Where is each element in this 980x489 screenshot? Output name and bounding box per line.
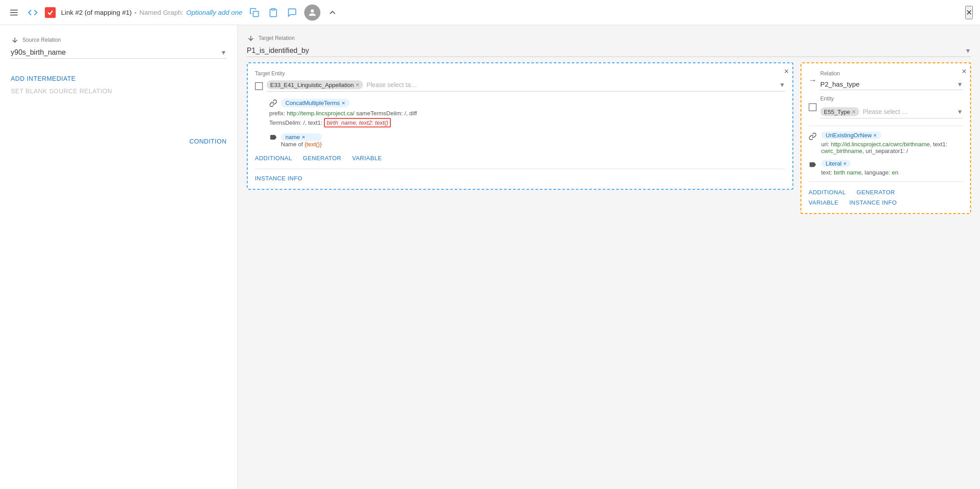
entity2-dropdown[interactable]: E55_Type × Please select … ▼	[820, 105, 963, 118]
divider	[255, 169, 785, 169]
entity-select-area[interactable]: E33_E41_Linguistic_Appellation × Please …	[267, 80, 785, 92]
concat-highlight: birth_name, text2: text()	[324, 118, 391, 127]
main-content: Source Relation y90s_birth_name ▼ ADD IN…	[0, 25, 980, 489]
entity-tag-close[interactable]: ×	[355, 81, 359, 88]
relation-value-chevron: ▼	[957, 81, 963, 88]
source-relation-label: Source Relation	[11, 36, 227, 44]
entity-tag: E33_E41_Linguistic_Appellation ×	[267, 80, 363, 89]
relation-box-close-button[interactable]: ×	[962, 67, 967, 76]
svg-rect-4	[271, 8, 275, 10]
condition-button[interactable]: CONDITION	[189, 138, 227, 145]
right-instance-info-button[interactable]: INSTANCE INFO	[849, 199, 897, 206]
uri-text: uri: http://id.lincsproject.ca/cwrc/birt…	[821, 141, 963, 154]
link-title: Link #2 (of mapping #1)	[61, 9, 132, 16]
right-variable-button[interactable]: VARIABLE	[809, 199, 839, 206]
concat-text: prefix: http://temp.lincsproject.ca/ sam…	[269, 109, 785, 128]
source-relation-select[interactable]: y90s_birth_name ▼	[11, 47, 227, 59]
name-label-row: name × Name of {text()}	[269, 133, 785, 148]
uri-tag: UriExistingOrNew ×	[821, 131, 881, 139]
concat-uri: http://temp.lincsproject.ca/	[287, 110, 354, 117]
literal-tag-close[interactable]: ×	[843, 161, 846, 167]
concat-tag: ConcatMultipleTerms ×	[281, 99, 350, 107]
relation-dropdown[interactable]: P2_has_type ▼	[820, 79, 963, 90]
header-icons	[248, 4, 339, 21]
divider3	[809, 181, 963, 182]
target-relation-section: Target Relation P1_is_identified_by ▼	[247, 34, 971, 57]
variable-button[interactable]: VARIABLE	[352, 155, 382, 162]
target-entity-box: × Target Entity E33_E41_Linguistic_Appel…	[247, 62, 793, 190]
entity2-tag: E55_Type ×	[820, 107, 859, 116]
target-action-buttons: ADDITIONAL GENERATOR VARIABLE	[255, 155, 785, 162]
dash: -	[135, 9, 137, 16]
add-intermediate-button[interactable]: ADD INTERMEDIATE	[11, 75, 227, 82]
mapping-checkbox	[45, 7, 56, 18]
literal-tag: Literal ×	[821, 160, 851, 167]
name-tag: name ×	[281, 133, 322, 141]
target-entity-label: Target Entity	[255, 70, 785, 77]
concat-tag-close[interactable]: ×	[341, 100, 345, 106]
right-panel-actions: ADDITIONAL GENERATOR	[809, 189, 963, 196]
uri-row: UriExistingOrNew × uri: http://id.lincsp…	[809, 131, 963, 154]
arrow-icon: →	[809, 76, 817, 85]
link-icon	[269, 99, 277, 107]
header-title: Link #2 (of mapping #1) - Named Graph: O…	[61, 9, 242, 16]
uri-icon	[809, 132, 817, 140]
name-label-text: Name of {text()}	[281, 141, 322, 148]
entity-section: Entity E55_Type × Please select … ▼	[809, 96, 963, 118]
set-blank-button[interactable]: SET BLANK SOURCE RELATION	[11, 87, 227, 95]
right-panel: Target Relation P1_is_identified_by ▼ × …	[238, 25, 980, 489]
right-additional-button[interactable]: ADDITIONAL	[809, 189, 846, 196]
divider2	[809, 126, 963, 126]
literal-text: text: birth name, language: en	[821, 169, 898, 176]
clipboard-icon[interactable]	[267, 6, 280, 19]
named-graph-value[interactable]: Optionally add one	[186, 9, 242, 16]
relation-header-row: → Relation P2_has_type ▼	[809, 70, 963, 90]
literal-content: Literal × text: birth name, language: en	[821, 160, 898, 176]
source-relation-chevron: ▼	[220, 49, 227, 56]
source-relation-section: Source Relation y90s_birth_name ▼	[11, 36, 227, 59]
entity-section-label: Entity	[820, 96, 963, 102]
hamburger-button[interactable]	[7, 6, 21, 19]
copy-icon[interactable]	[248, 6, 261, 19]
chevron-up-icon[interactable]	[326, 6, 339, 19]
left-panel: Source Relation y90s_birth_name ▼ ADD IN…	[0, 25, 238, 489]
literal-icon	[809, 161, 817, 169]
target-relation-chevron: ▼	[965, 47, 971, 54]
relation-detail-label: Relation	[820, 70, 963, 77]
entity2-tag-close[interactable]: ×	[852, 108, 856, 115]
chat-icon[interactable]	[285, 6, 299, 19]
target-relation-label: Target Relation	[247, 34, 971, 42]
svg-rect-3	[253, 11, 258, 17]
generator-button[interactable]: GENERATOR	[303, 155, 341, 162]
avatar[interactable]	[304, 4, 320, 21]
name-orange: {text()}	[305, 141, 322, 148]
right-panel-actions-2: VARIABLE INSTANCE INFO	[809, 199, 963, 206]
entity-row: E33_E41_Linguistic_Appellation × Please …	[255, 80, 785, 92]
close-button[interactable]: ×	[965, 6, 973, 19]
concat-box: ConcatMultipleTerms × prefix: http://tem…	[269, 99, 785, 128]
entity2-checkbox[interactable]	[809, 103, 817, 111]
relation-box: × → Relation P2_has_type ▼	[801, 62, 971, 214]
target-relation-select[interactable]: P1_is_identified_by ▼	[247, 45, 971, 57]
literal-row: Literal × text: birth name, language: en	[809, 160, 963, 176]
code-icon[interactable]	[26, 6, 39, 19]
entity-checkbox[interactable]	[255, 82, 263, 90]
additional-button[interactable]: ADDITIONAL	[255, 155, 292, 162]
entity2-chevron: ▼	[957, 108, 963, 115]
instance-info-link[interactable]: INSTANCE INFO	[255, 175, 302, 182]
right-generator-button[interactable]: GENERATOR	[857, 189, 895, 196]
uri-tag-close[interactable]: ×	[874, 132, 877, 139]
target-entity-close-button[interactable]: ×	[784, 67, 789, 76]
label-icon	[269, 133, 277, 141]
uri-content: UriExistingOrNew × uri: http://id.lincsp…	[821, 131, 963, 154]
name-tag-close[interactable]: ×	[302, 134, 306, 140]
entity-chevron: ▼	[779, 81, 785, 88]
header: Link #2 (of mapping #1) - Named Graph: O…	[0, 0, 980, 25]
named-graph-label: Named Graph:	[140, 9, 184, 16]
